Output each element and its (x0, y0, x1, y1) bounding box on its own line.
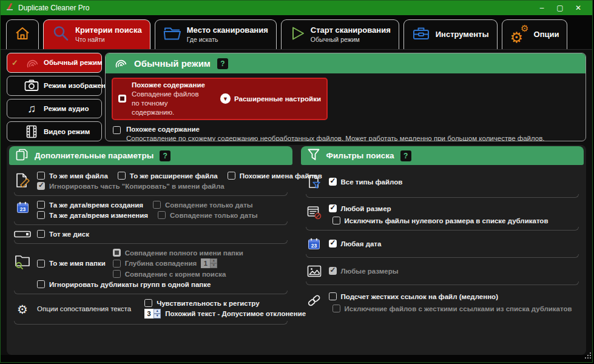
checkbox-exclude-hardlinks[interactable] (332, 305, 340, 312)
spinner-up-icon[interactable]: ▲ (210, 258, 217, 263)
checkbox-any-size[interactable] (329, 204, 337, 212)
option-same-extension[interactable]: То же расширение файла (118, 172, 218, 180)
option-same-created[interactable]: Та же дата/время создания (37, 201, 143, 209)
tab-scan-location[interactable]: Место сканированияГде искать (155, 19, 277, 49)
spinner-down-icon[interactable]: ▼ (210, 263, 217, 268)
row-divider (14, 291, 288, 294)
home-icon (15, 25, 30, 44)
option-full-folder-match[interactable]: Совпадение полного имени папки (113, 249, 243, 257)
maximize-button[interactable]: ▢ (551, 1, 569, 15)
checkbox-same-file-name[interactable] (37, 172, 45, 180)
option-any-size[interactable]: Любой размер (329, 204, 548, 212)
window-controls: – ▢ ✕ (533, 1, 587, 15)
sidebar-item-image-mode[interactable]: Режим изображения (7, 76, 102, 96)
tab-options[interactable]: ⚙⚙ Опции (502, 19, 568, 49)
checkbox-match-depth[interactable] (113, 260, 121, 268)
checkbox-full-folder-match[interactable] (113, 249, 121, 257)
date-options-row: 23 Та же дата/время создания Совпадение … (12, 198, 290, 221)
option-same-file-name[interactable]: То же имя файла (37, 172, 108, 180)
row-divider (14, 221, 288, 225)
checkbox-any-dimensions[interactable] (329, 267, 337, 275)
advanced-settings-button[interactable]: ▼ Расширенные настройки (220, 93, 321, 104)
fingerprint-icon (22, 55, 41, 70)
section-title: Фильтры поиска (326, 151, 394, 160)
option-ignore-groups[interactable]: Игнорировать дубликаты групп в одной пап… (37, 280, 243, 288)
size-filter-row: Любой размер Исключить файлы нулевого ра… (303, 200, 582, 227)
film-strip-icon (22, 125, 41, 138)
checkbox-similar-content[interactable] (113, 126, 121, 134)
window-title: Duplicate Cleaner Pro (18, 4, 89, 12)
mode-sidebar: ✓ Обычный режим Режим изображения ♫ Режи… (7, 53, 102, 141)
option-any-date[interactable]: Любая дата (329, 240, 382, 248)
checkbox-case-sensitive[interactable] (144, 299, 152, 307)
checkbox-same-created[interactable] (37, 201, 45, 209)
sidebar-item-video-mode[interactable]: Видео режим (7, 121, 102, 141)
checkbox-root-match[interactable] (113, 270, 121, 278)
svg-text:23: 23 (19, 206, 25, 212)
spinner-up-icon[interactable]: ▲ (154, 309, 161, 314)
similarity-spinner[interactable]: 3▲▼ (144, 309, 161, 318)
lower-panel: Дополнительные параметры ? То же имя фай… (7, 145, 586, 355)
checkbox-ignore-groups[interactable] (37, 280, 45, 288)
checkbox-date-only-modified[interactable] (158, 211, 166, 219)
option-date-only-created[interactable]: Совпадение только даты (153, 201, 253, 209)
checkbox-all-file-types[interactable] (329, 178, 337, 186)
resize-grip[interactable] (585, 351, 592, 362)
option-case-sensitive[interactable]: Чувствительность к регистру (144, 299, 306, 307)
help-badge[interactable]: ? (400, 150, 411, 161)
calendar-icon: 23 (13, 201, 32, 214)
link-icon (305, 292, 324, 308)
close-button[interactable]: ✕ (569, 1, 587, 15)
tab-criteria[interactable]: Критерии поискаЧто найти (43, 19, 150, 49)
same-content-box: Похожее содержание Совпадение файлов по … (112, 78, 328, 120)
drive-option-row: Тот же диск (12, 228, 290, 240)
checkbox-ignore-copy-part[interactable] (37, 182, 45, 190)
search-filters-section: Фильтры поиска ? Все типы файлов Любой р… (301, 146, 584, 315)
help-badge[interactable]: ? (217, 58, 228, 69)
option-date-only-modified[interactable]: Совпадение только даты (158, 211, 258, 219)
tab-home[interactable] (6, 19, 39, 49)
option-all-file-types[interactable]: Все типы файлов (329, 178, 403, 186)
option-match-depth[interactable]: Глубина совпадения 1▲▼ (113, 258, 243, 268)
help-badge[interactable]: ? (160, 150, 170, 161)
option-exclude-zero-size[interactable]: Исключить файлы нулевого размера в списк… (332, 217, 548, 224)
checkbox-same-extension[interactable] (118, 172, 126, 180)
tab-start-sublabel: Обычный режим (311, 36, 391, 43)
tab-criteria-sublabel: Что найти (75, 36, 142, 43)
row-divider (306, 194, 579, 198)
spinner-down-icon[interactable]: ▼ (154, 314, 161, 318)
checkbox-hardlink-count[interactable] (329, 292, 337, 300)
gears-icon: ⚙⚙ (510, 25, 528, 44)
camera-icon (22, 79, 41, 92)
option-root-match[interactable]: Совпадение с корнем поиска (113, 270, 243, 278)
copy-pages-icon (15, 148, 29, 164)
option-any-dimensions[interactable]: Любые размеры (329, 267, 399, 275)
sidebar-item-label: Режим аудио (44, 105, 89, 112)
tab-tools-label: Инструменты (436, 30, 489, 39)
same-content-desc: Совпадение файлов по точному содержанию. (132, 90, 206, 117)
checkbox-any-date[interactable] (329, 240, 337, 248)
section-title: Дополнительные параметры (35, 151, 154, 160)
option-same-drive[interactable]: Тот же диск (37, 230, 89, 238)
image-icon (305, 265, 324, 277)
checkbox-same-modified[interactable] (37, 211, 45, 219)
match-depth-spinner[interactable]: 1▲▼ (201, 258, 217, 268)
tab-start-scan[interactable]: Старт сканированияОбычный режим (281, 19, 399, 49)
minimize-button[interactable]: – (533, 1, 551, 15)
option-same-folder-name[interactable]: То же имя папки (37, 260, 106, 268)
checkbox-same-folder-name[interactable] (37, 260, 45, 268)
option-exclude-hardlinks[interactable]: Исключение файлов с жесткими ссылками из… (332, 305, 572, 312)
sidebar-item-audio-mode[interactable]: ♫ Режим аудио (7, 99, 102, 119)
checkbox-date-only-created[interactable] (153, 201, 161, 209)
option-ignore-copy-part[interactable]: Игнорировать часть "Копировать" в имени … (37, 182, 289, 190)
sidebar-item-normal-mode[interactable]: ✓ Обычный режим (7, 53, 102, 73)
checkbox-same-drive[interactable] (37, 230, 45, 238)
checkbox-similar-names[interactable] (228, 172, 235, 180)
tab-tools[interactable]: Инструменты (403, 19, 498, 49)
file-types-row: Все типы файлов (303, 169, 582, 194)
fingerprint-icon (113, 55, 127, 72)
checkbox-exclude-zero-size[interactable] (332, 217, 340, 224)
checkbox-same-content[interactable] (118, 95, 126, 103)
option-hardlink-count[interactable]: Подсчет жестких ссылок на файл (медленно… (329, 292, 572, 300)
option-same-modified[interactable]: Та же дата/время изменения (37, 211, 148, 219)
